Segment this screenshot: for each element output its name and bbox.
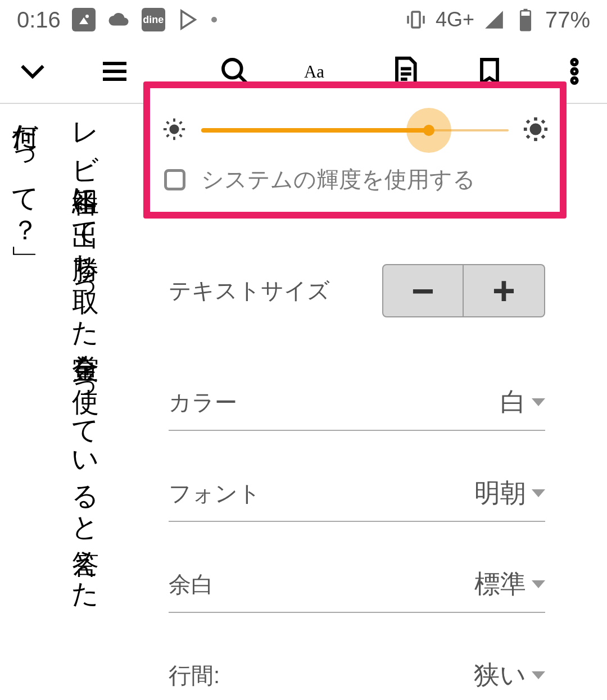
reader-column-1: レビ番組に出て勝ち取った賞金を使っていると答えた (64, 104, 107, 699)
gallery-icon (72, 8, 96, 31)
font-value: 明朝 (474, 476, 526, 511)
status-bar: 0:16 dine 4G+ 77% (0, 0, 607, 39)
svg-line-29 (167, 135, 169, 137)
svg-point-22 (170, 125, 178, 133)
font-select[interactable]: フォント 明朝 (169, 456, 545, 522)
display-settings: テキストサイズ − + カラー 白 フォント 明朝 余白 標準 行間: 狭い (146, 242, 568, 700)
svg-line-37 (542, 136, 545, 138)
svg-marker-0 (79, 17, 88, 24)
brightness-low-icon (161, 116, 187, 144)
margin-value: 標準 (474, 567, 526, 602)
play-icon (176, 8, 200, 31)
svg-text:Aa: Aa (304, 62, 324, 81)
font-label: フォント (169, 478, 261, 509)
color-value: 白 (500, 385, 526, 420)
svg-marker-6 (485, 11, 503, 29)
chevron-down-icon (532, 398, 545, 406)
battery-percent: 77% (545, 7, 590, 33)
svg-rect-9 (523, 9, 527, 11)
brightness-panel: システムの輝度を使用する (143, 81, 567, 219)
svg-point-20 (572, 69, 577, 74)
line-spacing-value: 狭い (474, 658, 526, 693)
svg-rect-3 (412, 12, 420, 28)
svg-line-27 (167, 122, 169, 124)
chevron-down-icon (532, 580, 545, 588)
svg-line-28 (180, 135, 182, 137)
svg-point-19 (572, 60, 577, 65)
color-label: カラー (169, 387, 237, 418)
system-brightness-label: システムの輝度を使用する (201, 164, 475, 195)
status-time: 0:16 (17, 7, 61, 33)
line-spacing-select[interactable]: 行間: 狭い (169, 638, 545, 700)
line-spacing-label: 行間: (169, 660, 220, 691)
text-size-decrease-button[interactable]: − (382, 264, 464, 317)
svg-line-30 (180, 122, 182, 124)
cloud-icon (107, 8, 130, 31)
collapse-icon[interactable] (17, 56, 48, 87)
reader-content: レビ番組に出て勝ち取った賞金を使っていると答えた 何だって？」 (0, 104, 146, 699)
text-size-row: テキストサイズ − + (169, 253, 545, 340)
svg-line-38 (527, 136, 529, 138)
network-label: 4G+ (436, 8, 474, 31)
text-size-label: テキストサイズ (169, 275, 330, 306)
svg-marker-2 (182, 11, 196, 29)
svg-point-31 (530, 124, 541, 134)
color-select[interactable]: カラー 白 (169, 365, 545, 431)
dine-icon: dine (142, 8, 165, 31)
svg-point-21 (572, 78, 577, 83)
svg-point-13 (223, 60, 242, 78)
vibrate-icon (404, 8, 428, 31)
svg-rect-8 (520, 16, 531, 30)
margin-label: 余白 (169, 569, 214, 600)
brightness-slider[interactable] (201, 113, 509, 147)
brightness-high-icon (523, 116, 549, 144)
more-dot-icon (211, 17, 217, 22)
svg-point-1 (85, 15, 89, 18)
svg-line-36 (527, 121, 529, 123)
reader-column-2: 何だって？」 (3, 104, 47, 699)
chevron-down-icon (532, 671, 545, 679)
battery-icon (514, 8, 537, 31)
margin-select[interactable]: 余白 標準 (169, 547, 545, 613)
menu-icon[interactable] (99, 56, 130, 87)
text-size-increase-button[interactable]: + (464, 264, 545, 317)
chevron-down-icon (532, 489, 545, 497)
svg-line-39 (542, 121, 545, 123)
signal-icon (482, 8, 506, 31)
system-brightness-checkbox[interactable] (164, 169, 185, 190)
